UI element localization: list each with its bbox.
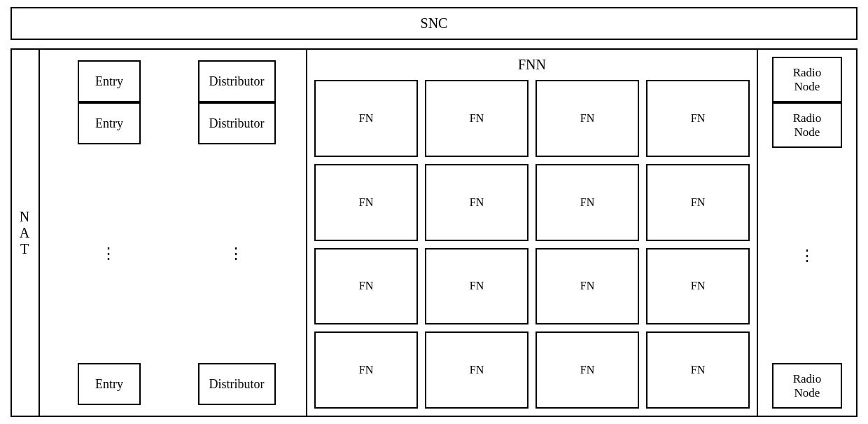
main-content: N A T Entry Entry ⋮ Entry Distributor <box>10 48 858 417</box>
fn-1-1: FN <box>314 80 418 157</box>
distributor-dots: ⋮ <box>228 144 245 363</box>
radio-node-column: RadioNode RadioNode ⋮ RadioNode <box>758 50 856 416</box>
fn-1-2: FN <box>425 80 528 157</box>
fn-3-3: FN <box>536 248 639 325</box>
radio-node-3: RadioNode <box>772 363 842 409</box>
fn-4-3: FN <box>536 331 639 409</box>
nat-label: N A T <box>20 209 31 257</box>
entry-column: Entry Entry ⋮ Entry <box>46 57 173 409</box>
entry-dots: ⋮ <box>101 144 118 363</box>
fn-1-3: FN <box>536 80 639 157</box>
entry-box-2: Entry <box>78 102 141 144</box>
fn-4-1: FN <box>314 331 418 409</box>
entry-distributor-section: Entry Entry ⋮ Entry Distributor Distribu… <box>40 50 306 416</box>
fnn-grid: FN FN FN FN FN FN FN FN FN FN FN FN FN F… <box>314 80 750 409</box>
fn-2-3: FN <box>536 164 639 241</box>
fn-3-1: FN <box>314 248 418 325</box>
distributor-column: Distributor Distributor ⋮ Distributor <box>173 57 300 409</box>
fn-2-1: FN <box>314 164 418 241</box>
fn-2-2: FN <box>425 164 528 241</box>
fn-1-4: FN <box>646 80 750 157</box>
entry-box-3: Entry <box>78 363 141 405</box>
fn-4-4: FN <box>646 331 750 409</box>
radio-dots: ⋮ <box>799 148 815 363</box>
distributor-box-2: Distributor <box>198 102 276 144</box>
fn-4-2: FN <box>425 331 528 409</box>
entry-box-1: Entry <box>78 60 141 102</box>
fn-3-2: FN <box>425 248 528 325</box>
fn-3-4: FN <box>646 248 750 325</box>
distributor-box-3: Distributor <box>198 363 276 405</box>
nat-column: N A T <box>12 50 40 416</box>
snc-label: SNC <box>421 15 448 31</box>
radio-node-2: RadioNode <box>772 102 842 148</box>
fnn-section: FNN FN FN FN FN FN FN FN FN FN FN FN FN … <box>306 50 758 416</box>
fn-2-4: FN <box>646 164 750 241</box>
snc-box: SNC <box>10 7 858 40</box>
distributor-box-1: Distributor <box>198 60 276 102</box>
radio-node-1: RadioNode <box>772 57 842 102</box>
fnn-title: FNN <box>314 57 750 73</box>
